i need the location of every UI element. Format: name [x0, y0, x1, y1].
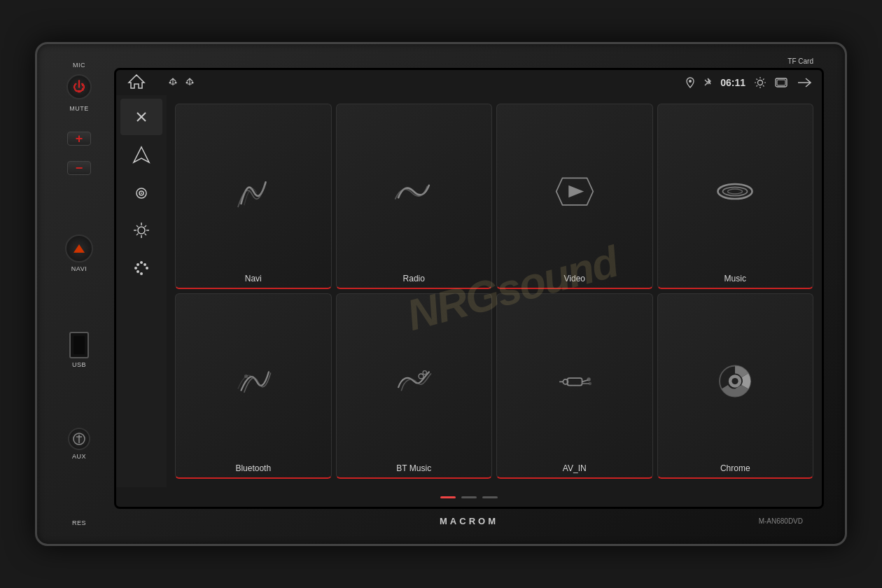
sidebar-close-btn[interactable] — [120, 99, 162, 135]
bluetooth-app-icon — [181, 301, 326, 461]
svg-point-9 — [758, 80, 763, 85]
model-number: M-AN680DVD — [759, 517, 803, 525]
usb-port[interactable] — [69, 332, 89, 358]
app-tile-btmusic[interactable]: BT Music — [336, 293, 493, 479]
svg-marker-3 — [129, 75, 144, 88]
navi-app-icon — [181, 111, 326, 271]
volume-up-button[interactable]: + — [67, 132, 91, 146]
svg-point-34 — [140, 272, 143, 275]
avin-app-label: AV_IN — [563, 463, 587, 473]
svg-point-41 — [723, 187, 748, 195]
bottom-bar: MACROM M-AN680DVD — [114, 509, 824, 533]
radio-app-icon — [342, 111, 486, 271]
left-controls-panel: MIC ⏻ MUTE + − NAVI USB — [51, 55, 107, 533]
music-app-label: Music — [724, 274, 746, 284]
usb-section: USB — [69, 332, 89, 368]
navi-label: NAVI — [71, 265, 87, 272]
home-icon-btn[interactable] — [127, 74, 146, 92]
svg-point-33 — [146, 267, 148, 270]
top-controls: MIC ⏻ MUTE + − — [66, 62, 92, 175]
music-app-icon — [664, 111, 808, 271]
svg-line-16 — [763, 79, 764, 80]
svg-point-31 — [134, 267, 137, 270]
recent-apps-icon — [775, 78, 788, 88]
svg-point-36 — [144, 263, 146, 266]
brightness-icon — [754, 76, 766, 89]
svg-point-44 — [419, 374, 424, 379]
sidebar-brightness-btn[interactable] — [120, 212, 162, 248]
app-tile-chrome[interactable]: Chrome — [657, 293, 814, 479]
mute-label: MUTE — [69, 105, 89, 112]
svg-point-32 — [140, 261, 143, 264]
time-display: 06:11 — [720, 77, 746, 88]
svg-point-50 — [587, 377, 590, 381]
app-tile-bluetooth[interactable]: Bluetooth — [175, 293, 332, 479]
page-dot-3[interactable] — [482, 496, 498, 498]
svg-marker-22 — [134, 147, 149, 162]
svg-point-26 — [138, 227, 145, 234]
sidebar-palette-btn[interactable] — [120, 250, 162, 286]
volume-down-button[interactable]: − — [67, 161, 91, 175]
svg-point-42 — [728, 189, 743, 194]
home-icon — [127, 74, 146, 89]
page-dot-2[interactable] — [461, 496, 477, 498]
svg-point-6 — [186, 82, 188, 84]
chrome-app-label: Chrome — [720, 463, 750, 473]
aux-label: AUX — [72, 453, 86, 460]
back-icon — [796, 77, 811, 88]
svg-point-7 — [192, 82, 194, 84]
app-tile-radio[interactable]: Radio — [336, 104, 493, 289]
screen-container: TF Card — [107, 55, 831, 533]
svg-point-25 — [141, 192, 142, 194]
svg-line-14 — [757, 79, 758, 80]
svg-point-5 — [175, 82, 177, 84]
svg-point-45 — [423, 370, 426, 374]
aux-section: AUX — [68, 428, 90, 460]
navi-button[interactable] — [65, 234, 93, 262]
top-labels-row: TF Card — [114, 55, 824, 68]
mic-label: MIC — [73, 62, 85, 69]
svg-point-37 — [136, 270, 139, 273]
svg-marker-39 — [568, 185, 584, 197]
radio-app-label: Radio — [403, 274, 425, 284]
sidebar-camera-btn[interactable] — [120, 174, 162, 211]
navi-section: NAVI — [65, 234, 93, 272]
mute-button[interactable]: ⏻ — [66, 74, 92, 99]
svg-point-4 — [169, 82, 172, 84]
screen-inner: Navi Radio — [116, 95, 822, 487]
bluetooth-icon — [704, 77, 712, 88]
chrome-app-icon — [664, 301, 808, 461]
tf-card-label: TF Card — [788, 57, 813, 65]
sidebar-navigate-btn[interactable] — [120, 136, 162, 173]
btmusic-app-label: BT Music — [396, 463, 431, 473]
camera-icon — [132, 185, 151, 200]
svg-line-15 — [763, 85, 764, 87]
app-tile-music[interactable]: Music — [657, 104, 814, 289]
page-dot-1[interactable] — [440, 496, 456, 498]
app-tile-avin[interactable]: AV_IN — [496, 293, 653, 479]
svg-point-57 — [732, 377, 738, 384]
svg-rect-46 — [567, 378, 582, 386]
video-app-label: Video — [564, 274, 585, 284]
aux-button[interactable] — [68, 428, 90, 450]
usb-icon-2 — [184, 77, 195, 88]
app-tile-navi[interactable]: Navi — [175, 104, 332, 289]
navi-app-label: Navi — [245, 274, 262, 284]
usb-label: USB — [72, 361, 86, 368]
status-bar: 06:11 — [116, 70, 822, 95]
close-icon — [134, 110, 148, 124]
video-app-icon — [503, 111, 647, 271]
btmusic-app-icon — [342, 301, 486, 461]
svg-point-43 — [244, 374, 248, 377]
status-icons — [167, 77, 195, 88]
res-label: RES — [72, 519, 86, 526]
device-unit: MIC ⏻ MUTE + − NAVI USB — [35, 42, 847, 546]
location-icon — [685, 77, 695, 88]
app-tile-video[interactable]: Video — [496, 104, 653, 289]
navigate-icon — [132, 146, 150, 164]
main-screen: 06:11 — [114, 68, 824, 509]
svg-point-8 — [689, 80, 692, 83]
screen-sidebar — [116, 95, 167, 487]
brightness-adjust-icon — [132, 220, 151, 240]
brand-name: MACROM — [440, 516, 498, 526]
